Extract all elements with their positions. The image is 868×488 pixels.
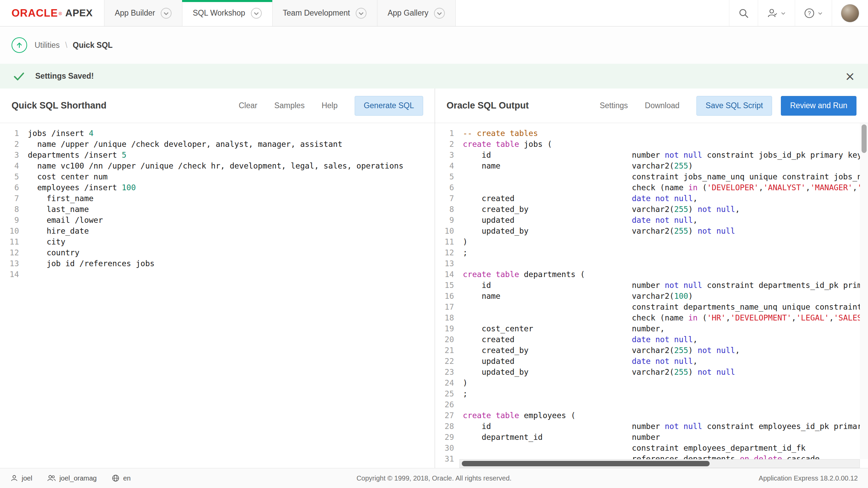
main-content: Quick SQL Shorthand Clear Samples Help G… [0,89,868,468]
chevron-down-icon [781,11,786,16]
chevron-circle-icon[interactable] [434,7,445,19]
user-name: joel [22,474,32,482]
tab-team-development[interactable]: Team Development [272,0,377,26]
tab-label: SQL Workshop [193,8,245,18]
apex-wordmark: APEX [65,7,93,19]
current-user[interactable]: joel [10,474,32,482]
language-code: en [123,474,131,482]
clear-button[interactable]: Clear [239,101,257,110]
right-panel-actions: Settings Download Save SQL Script Review… [600,96,856,116]
workspace-users-icon [47,474,56,482]
horizontal-scrollbar[interactable] [459,459,860,468]
header-utility-bar: ? [729,0,868,26]
svg-text:?: ? [808,11,811,16]
page-footer: Copyright © 1999, 2018, Oracle. All righ… [0,468,868,488]
sql-output-editor: 1234567891011121314151617181920212223242… [435,123,868,468]
horizontal-scrollbar-thumb[interactable] [462,461,710,466]
top-header: ORACLE ® APEX App Builder SQL Workshop T… [0,0,868,26]
banner-close-button[interactable]: × [845,70,855,82]
up-level-button[interactable] [12,37,27,53]
vertical-scrollbar[interactable] [860,123,868,459]
oracle-wordmark: ORACLE [12,7,58,19]
oracle-apex-logo: ORACLE ® APEX [0,0,104,26]
search-button[interactable] [729,0,758,26]
breadcrumb-utilities-link[interactable]: Utilities [35,41,60,50]
quick-sql-shorthand-panel: Quick SQL Shorthand Clear Samples Help G… [0,89,435,468]
globe-icon [112,474,120,482]
apex-quick-sql-page: ORACLE ® APEX App Builder SQL Workshop T… [0,0,868,488]
left-panel-title: Quick SQL Shorthand [12,100,106,111]
search-icon [738,8,749,19]
registered-mark: ® [59,11,62,16]
footer-session-info: joel joel_oramag en [10,474,131,482]
download-button[interactable]: Download [645,101,679,110]
chevron-circle-icon[interactable] [355,7,367,19]
samples-button[interactable]: Samples [274,101,304,110]
shorthand-code-input[interactable]: jobs /insert 4 name /upper /unique /chec… [24,123,435,468]
current-workspace[interactable]: joel_oramag [47,474,97,482]
help-button[interactable]: Help [321,101,337,110]
sql-output-code[interactable]: -- create tablescreate table jobs ( id n… [459,123,868,468]
generate-sql-button[interactable]: Generate SQL [355,96,423,116]
oracle-sql-output-panel: Oracle SQL Output Settings Download Save… [435,89,868,468]
chevron-circle-icon[interactable] [160,7,172,19]
chevron-circle-icon[interactable] [251,7,262,19]
success-check-icon [13,70,25,82]
admin-menu-button[interactable] [758,0,795,26]
user-avatar-button[interactable] [832,0,868,26]
workspace-name: joel_oramag [59,474,97,482]
help-icon: ? [804,8,815,19]
breadcrumb-current-page: Quick SQL [73,41,113,50]
shorthand-editor: 1234567891011121314 jobs /insert 4 name … [0,123,435,468]
settings-button[interactable]: Settings [600,101,628,110]
breadcrumb-separator: \ [65,41,67,50]
success-banner: Settings Saved! × [0,64,868,89]
tab-label: Team Development [283,8,350,18]
language-selector[interactable]: en [112,474,131,482]
banner-message: Settings Saved! [35,72,94,81]
left-panel-header: Quick SQL Shorthand Clear Samples Help G… [0,89,435,123]
chevron-down-icon [817,11,823,16]
right-panel-title: Oracle SQL Output [447,100,529,111]
line-number-gutter: 1234567891011121314 [0,123,24,468]
user-settings-icon [767,8,778,19]
right-panel-header: Oracle SQL Output Settings Download Save… [435,89,868,123]
avatar [841,4,859,22]
tab-app-gallery[interactable]: App Gallery [377,0,456,26]
line-number-gutter: 1234567891011121314151617181920212223242… [435,123,459,468]
user-icon [10,474,18,482]
tab-label: App Gallery [388,8,428,18]
right-panel-buttons: Save SQL Script Review and Run [696,96,856,116]
tab-sql-workshop[interactable]: SQL Workshop [182,0,272,26]
main-nav-tabs: App Builder SQL Workshop Team Developmen… [104,0,456,26]
tab-app-builder[interactable]: App Builder [104,0,182,26]
review-and-run-button[interactable]: Review and Run [781,96,856,116]
vertical-scrollbar-thumb[interactable] [862,124,867,153]
tab-label: App Builder [115,8,155,18]
left-panel-actions: Clear Samples Help Generate SQL [239,96,423,116]
arrow-up-icon [15,41,23,49]
save-sql-script-button[interactable]: Save SQL Script [696,96,772,116]
breadcrumb: Utilities \ Quick SQL [0,26,868,64]
help-menu-button[interactable]: ? [795,0,832,26]
apex-version: Application Express 18.2.0.00.12 [759,474,858,482]
